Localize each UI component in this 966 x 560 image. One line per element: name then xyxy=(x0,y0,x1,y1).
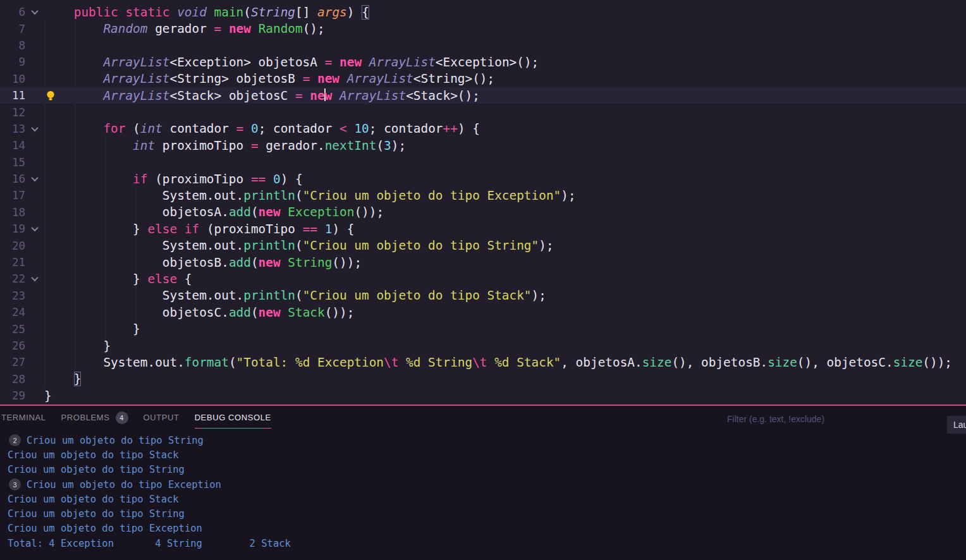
code-line-14[interactable]: 14 int proximoTipo = gerador.nextInt(3); xyxy=(0,137,966,154)
code-text: } xyxy=(44,372,966,386)
line-number: 17 xyxy=(0,189,25,202)
panel-tab-bar: TERMINALPROBLEMS4OUTPUTDEBUG CONSOLE Lau xyxy=(0,406,966,430)
problems-count-badge: 4 xyxy=(116,411,128,424)
code-line-27[interactable]: 27 System.out.format("Total: %d Exceptio… xyxy=(0,354,966,370)
line-number: 11 xyxy=(0,89,25,102)
console-line: Total: 4 Exception 4 String 2 Stack xyxy=(0,536,966,551)
code-line-20[interactable]: 20 System.out.println("Criou um objeto d… xyxy=(0,237,966,253)
code-line-6[interactable]: 6 public static void main(String[] args)… xyxy=(0,4,966,20)
console-line: Criou um objeto do tipo String xyxy=(0,463,966,477)
launch-config-button[interactable]: Lau xyxy=(947,416,966,434)
line-number: 19 xyxy=(0,222,25,235)
line-number: 14 xyxy=(0,139,25,152)
chevron-down-icon xyxy=(31,125,38,131)
line-number: 16 xyxy=(0,173,25,185)
code-text: } else if (proximoTipo == 1) { xyxy=(44,222,966,236)
code-text: objetosA.add(new Exception()); xyxy=(44,205,966,219)
code-line-10[interactable]: 10 ArrayList<String> objetosB = new Arra… xyxy=(0,71,966,87)
line-number: 15 xyxy=(0,156,25,169)
code-text: ArrayList<Stack> objetosC = new ArrayLis… xyxy=(44,88,966,103)
line-number: 20 xyxy=(0,240,25,252)
code-editor[interactable]: 6 public static void main(String[] args)… xyxy=(0,0,966,405)
code-text: Random gerador = new Random(); xyxy=(44,21,966,36)
code-line-22[interactable]: 22 } else { xyxy=(0,271,966,287)
code-text: } xyxy=(44,322,966,336)
fold-chevron-icon[interactable] xyxy=(25,176,44,181)
code-line-23[interactable]: 23 System.out.println("Criou um objeto d… xyxy=(0,288,966,304)
bottom-panel: TERMINALPROBLEMS4OUTPUTDEBUG CONSOLE Lau… xyxy=(0,405,966,560)
code-text: objetosB.add(new String()); xyxy=(44,255,966,270)
console-text: Criou um objeto do tipo String xyxy=(8,508,185,520)
code-line-21[interactable]: 21 objetosB.add(new String()); xyxy=(0,254,966,271)
fold-chevron-icon[interactable] xyxy=(25,126,44,131)
code-line-29[interactable]: 29} xyxy=(0,387,966,404)
console-line: Criou um objeto do tipo Exception xyxy=(0,521,966,536)
code-line-15[interactable]: 15 xyxy=(0,154,966,171)
console-text: Criou um objeto do tipo Stack xyxy=(8,449,179,461)
tab-terminal[interactable]: TERMINAL xyxy=(1,408,46,429)
line-number: 10 xyxy=(0,73,25,85)
code-text: if (proximoTipo == 0) { xyxy=(44,172,966,186)
code-line-8[interactable]: 8 xyxy=(0,37,966,54)
code-line-12[interactable]: 12 xyxy=(0,104,966,120)
line-number: 18 xyxy=(0,206,25,219)
console-text: Criou um objeto do tipo Exception xyxy=(27,479,221,490)
code-text: for (int contador = 0; contador < 10; co… xyxy=(44,121,966,136)
lightbulb-icon[interactable] xyxy=(46,90,55,101)
code-line-11[interactable]: 11 ArrayList<Stack> objetosC = new Array… xyxy=(0,87,966,104)
code-text: System.out.println("Criou um objeto do t… xyxy=(44,288,966,303)
code-text: int proximoTipo = gerador.nextInt(3); xyxy=(44,138,966,153)
code-text: ArrayList<String> objetosB = new ArrayLi… xyxy=(44,71,966,86)
code-line-19[interactable]: 19 } else if (proximoTipo == 1) { xyxy=(0,221,966,237)
debug-console-output: 2Criou um objeto do tipo StringCriou um … xyxy=(0,430,966,551)
tab-output[interactable]: OUTPUT xyxy=(144,408,180,429)
tab-problems[interactable]: PROBLEMS4 xyxy=(61,408,128,429)
chevron-down-icon xyxy=(31,224,38,231)
code-line-25[interactable]: 25 } xyxy=(0,320,966,337)
code-line-18[interactable]: 18 objetosA.add(new Exception()); xyxy=(0,204,966,221)
code-line-7[interactable]: 7 Random gerador = new Random(); xyxy=(0,20,966,37)
console-text: Total: 4 Exception 4 String 2 Stack xyxy=(8,538,291,549)
code-line-16[interactable]: 16 if (proximoTipo == 0) { xyxy=(0,171,966,187)
chevron-down-icon xyxy=(31,174,38,181)
code-text: System.out.println("Criou um objeto do t… xyxy=(44,188,966,203)
vscode-window: { "colors": { "editor_background": "#211… xyxy=(0,0,966,560)
line-number: 25 xyxy=(0,323,25,336)
console-line: Criou um objeto do tipo Stack xyxy=(0,492,966,506)
code-line-26[interactable]: 26 } xyxy=(0,338,966,354)
code-text: } else { xyxy=(44,272,966,286)
tab-debug-console[interactable]: DEBUG CONSOLE xyxy=(195,408,271,429)
code-text: ArrayList<Exception> objetosA = new Arra… xyxy=(44,55,966,70)
code-line-17[interactable]: 17 System.out.println("Criou um objeto d… xyxy=(0,187,966,204)
line-number: 8 xyxy=(0,39,25,52)
console-text: Criou um objeto do tipo Exception xyxy=(8,523,202,534)
code-text: } xyxy=(44,389,966,403)
line-number: 22 xyxy=(0,272,25,285)
panel-tabs: TERMINALPROBLEMS4OUTPUTDEBUG CONSOLE xyxy=(1,406,279,430)
code-line-24[interactable]: 24 objetosC.add(new Stack()); xyxy=(0,304,966,320)
line-number: 7 xyxy=(0,23,25,35)
line-number: 29 xyxy=(0,389,25,402)
chevron-down-icon xyxy=(31,8,38,15)
code-text: objetosC.add(new Stack()); xyxy=(44,305,966,320)
fold-chevron-icon[interactable] xyxy=(25,276,44,281)
fold-chevron-icon[interactable] xyxy=(25,9,44,15)
code-line-28[interactable]: 28 } xyxy=(0,371,966,387)
code-line-9[interactable]: 9 ArrayList<Exception> objetosA = new Ar… xyxy=(0,54,966,70)
line-number: 12 xyxy=(0,106,25,119)
code-text: public static void main(String[] args) { xyxy=(44,5,966,20)
line-number: 26 xyxy=(0,339,25,352)
line-number: 23 xyxy=(0,289,25,302)
line-number: 9 xyxy=(0,56,25,68)
console-text: Criou um objeto do tipo String xyxy=(27,435,204,446)
code-line-13[interactable]: 13 for (int contador = 0; contador < 10;… xyxy=(0,121,966,137)
console-filter-input[interactable] xyxy=(727,412,936,426)
line-number: 13 xyxy=(0,123,25,135)
console-text: Criou um objeto do tipo String xyxy=(8,464,185,475)
occurrence-count-badge: 3 xyxy=(9,478,21,490)
editor-lines: 6 public static void main(String[] args)… xyxy=(0,4,966,404)
chevron-down-icon xyxy=(31,274,38,281)
line-number: 27 xyxy=(0,356,25,368)
console-text: Criou um objeto do tipo Stack xyxy=(8,494,179,505)
fold-chevron-icon[interactable] xyxy=(25,226,44,231)
